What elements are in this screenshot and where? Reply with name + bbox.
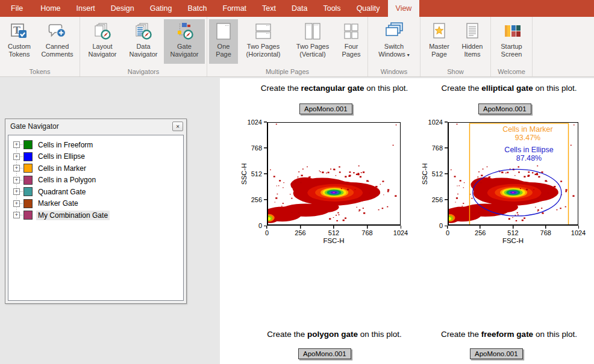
four-pages-button[interactable]: Four Pages [337, 19, 366, 64]
y-tick-1024: 1024 [248, 119, 262, 126]
density-cloud [268, 123, 400, 224]
gate-navigator-panel: Gate Navigator ✕ + Cells in Freeform + C… [5, 119, 187, 304]
gate-label[interactable]: Cells in a Polygon [36, 175, 98, 185]
plot-title-freeform[interactable]: ApoMono.001 [470, 348, 523, 359]
tree-stub [20, 180, 23, 180]
instruction-polygon: Create the polygon gate on this plot. [244, 330, 425, 339]
x-tick-512: 512 [328, 229, 339, 236]
expand-icon[interactable]: + [13, 177, 20, 184]
gate-label[interactable]: My Combination Gate [36, 211, 110, 220]
ribbon-group-multiple-pages: One Page Two Pages (Horizontal) Two Page… [207, 17, 368, 76]
y-tick-0: 0 [439, 222, 443, 229]
tree-stub [20, 191, 23, 192]
gate-tree-item-ellipse[interactable]: + Cells in Ellipse [8, 151, 183, 163]
switch-windows-icon [384, 22, 404, 41]
gate-tree-item-freeform[interactable]: + Cells in Freeform [8, 139, 183, 151]
canned-comments-icon [48, 22, 67, 41]
marker-gate-percent: 93.47% [483, 134, 573, 143]
tab-insert[interactable]: Insert [69, 0, 103, 17]
tab-file[interactable]: File [1, 0, 33, 17]
dot-plot-elliptical[interactable]: SSC-H 1024 768 512 256 0 Cells in Marker… [448, 122, 578, 226]
canned-comments-button[interactable]: Canned Comments [37, 19, 78, 64]
one-page-button[interactable]: One Page [209, 19, 238, 64]
tab-format[interactable]: Format [215, 0, 255, 17]
y-tick-768: 768 [251, 144, 262, 152]
tree-stub [20, 156, 23, 157]
expand-icon[interactable]: + [13, 188, 20, 195]
gate-color-swatch [23, 176, 33, 185]
switch-windows-label: Switch Windows [378, 43, 405, 58]
tab-data[interactable]: Data [284, 0, 315, 17]
ellipse-gate-name: Cells in Ellipse [484, 146, 574, 155]
two-pages-vertical-button[interactable]: Two Pages (Vertical) [289, 19, 337, 64]
group-label-welcome: Welcome [491, 68, 532, 75]
plot-title-elliptical[interactable]: ApoMono.001 [478, 103, 531, 114]
gate-color-swatch [23, 199, 33, 208]
x-tick-768: 768 [361, 229, 372, 236]
data-navigator-button[interactable]: Data Navigator [123, 19, 164, 64]
dot-plot-rectangular[interactable]: SSC-H 1024 768 512 256 0 [267, 122, 401, 226]
gate-tree-item-combination[interactable]: + My Combination Gate [8, 209, 183, 221]
x-tick-256: 256 [475, 229, 486, 236]
tab-gating[interactable]: Gating [142, 0, 180, 17]
y-tick-512: 512 [251, 170, 262, 177]
gate-tree-item-quadrant[interactable]: + Quadrant Gate [8, 186, 183, 198]
ribbon-group-welcome: Startup Screen Welcome [491, 17, 533, 76]
gate-label[interactable]: Cells in Ellipse [36, 152, 87, 161]
tab-text[interactable]: Text [254, 0, 284, 17]
tab-home[interactable]: Home [33, 0, 68, 17]
custom-tokens-button[interactable]: T Custom Tokens [2, 19, 37, 64]
y-axis-label: SSC-H [421, 122, 430, 226]
switch-windows-button[interactable]: Switch Windows ▾ [370, 19, 418, 64]
gate-tree-item-polygon[interactable]: + Cells in a Polygon [8, 174, 183, 187]
data-navigator-icon [134, 22, 153, 41]
gate-tree-item-marker-gate[interactable]: + Marker Gate [8, 198, 183, 210]
plot-area[interactable]: Cells in Marker 93.47% Cells in Ellipse … [448, 122, 578, 226]
two-pages-horizontal-icon [254, 22, 273, 41]
gate-label[interactable]: Marker Gate [36, 199, 80, 208]
plot-area[interactable] [267, 122, 401, 226]
plot-title-rectangular[interactable]: ApoMono.001 [299, 103, 352, 114]
gate-navigator-button[interactable]: Gate Navigator [164, 19, 205, 64]
ribbon: T Custom Tokens Canned Comments Tokens [0, 17, 594, 77]
y-axis-label: SSC-H [240, 122, 249, 226]
expand-icon[interactable]: + [13, 165, 20, 171]
layout-navigator-button[interactable]: Layout Navigator [82, 19, 123, 64]
gate-label[interactable]: Quadrant Gate [36, 187, 87, 197]
tab-batch[interactable]: Batch [180, 0, 215, 17]
x-tick-marks [266, 226, 401, 229]
one-page-icon [214, 22, 233, 41]
tab-design[interactable]: Design [103, 0, 142, 17]
ellipse-gate-annotation: Cells in Ellipse 87.48% [484, 146, 574, 163]
gate-label[interactable]: Cells in Marker [36, 164, 88, 173]
x-tick-marks [447, 226, 579, 229]
x-tick-512: 512 [507, 229, 518, 236]
tree-stub [20, 144, 23, 145]
tab-tools[interactable]: Tools [315, 0, 348, 17]
gate-color-swatch [23, 211, 33, 220]
hidden-items-icon [463, 22, 482, 41]
master-page-button[interactable]: Master Page [422, 19, 456, 64]
tab-quality[interactable]: Quality [349, 0, 388, 17]
marker-gate-name: Cells in Marker [483, 126, 573, 134]
gate-color-swatch [23, 187, 33, 196]
expand-icon[interactable]: + [13, 153, 20, 160]
marker-gate-annotation: Cells in Marker 93.47% [483, 126, 573, 143]
expand-icon[interactable]: + [13, 212, 20, 218]
plot-title-polygon[interactable]: ApoMono.001 [298, 348, 351, 359]
gate-color-swatch [23, 164, 33, 173]
gate-label[interactable]: Cells in Freeform [36, 140, 95, 150]
close-icon[interactable]: ✕ [172, 122, 183, 131]
expand-icon[interactable]: + [13, 141, 20, 148]
instruction-elliptical: Create the elliptical gate on this plot. [419, 84, 594, 93]
gate-tree-item-marker[interactable]: + Cells in Marker [8, 162, 183, 174]
four-pages-icon [342, 22, 361, 41]
startup-screen-icon [502, 22, 521, 41]
group-label-tokens: Tokens [0, 68, 80, 75]
hidden-items-button[interactable]: Hidden Items [456, 19, 489, 64]
startup-screen-button[interactable]: Startup Screen [493, 19, 530, 64]
expand-icon[interactable]: + [13, 200, 20, 207]
ribbon-group-navigators: Layout Navigator Data Navigator [80, 17, 207, 76]
tab-view[interactable]: View [388, 0, 420, 17]
two-pages-horizontal-button[interactable]: Two Pages (Horizontal) [238, 19, 289, 64]
